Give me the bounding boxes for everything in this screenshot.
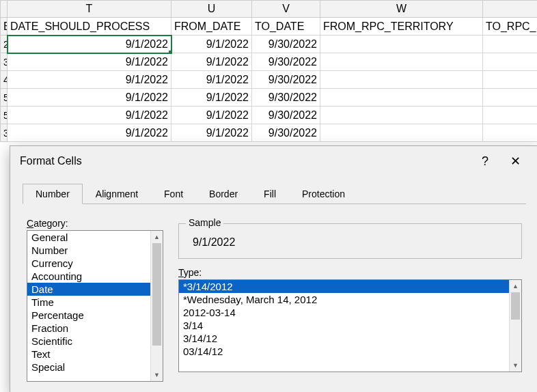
cell[interactable]: 9/1/2022: [171, 89, 252, 107]
col-header-U[interactable]: U: [171, 1, 252, 18]
cell[interactable]: 9/1/2022: [8, 107, 171, 124]
cell[interactable]: 9/1/2022: [8, 89, 171, 107]
table-row: 3 9/1/2022 9/1/2022 9/30/2022: [1, 124, 538, 142]
cell[interactable]: 9/30/2022: [252, 124, 320, 142]
col-header-T[interactable]: T: [8, 1, 171, 18]
table-row: 2 9/1/2022 9/1/2022 9/30/2022: [1, 36, 538, 53]
type-listbox[interactable]: *3/14/2012 *Wednesday, March 14, 2012 20…: [178, 279, 522, 372]
type-item[interactable]: *Wednesday, March 14, 2012: [179, 293, 509, 306]
category-item[interactable]: Text: [27, 348, 150, 361]
cell[interactable]: 9/1/2022: [171, 71, 252, 89]
column-header-row: T U V W: [1, 1, 538, 18]
row-header[interactable]: E: [1, 18, 8, 36]
category-item[interactable]: General: [27, 231, 150, 244]
cell[interactable]: 9/30/2022: [252, 107, 320, 124]
row-header[interactable]: 3: [1, 124, 8, 142]
category-label: Category:: [27, 218, 163, 229]
cell[interactable]: [483, 107, 538, 124]
category-item[interactable]: Special: [27, 361, 150, 374]
dialog-titlebar: Format Cells ? ✕: [10, 146, 537, 176]
cell[interactable]: 9/1/2022: [8, 124, 171, 142]
cell[interactable]: TO_DATE: [252, 18, 320, 36]
format-detail-section: Sample 9/1/2022 Type: *3/14/2012 *Wednes…: [178, 218, 522, 382]
scroll-thumb[interactable]: [511, 292, 520, 320]
table-row: 4 9/1/2022 9/1/2022 9/30/2022: [1, 71, 538, 89]
category-section: Category: General Number Currency Accoun…: [27, 218, 163, 382]
dialog-tabs: Number Alignment Font Border Fill Protec…: [23, 183, 526, 204]
row-header[interactable]: 3: [1, 53, 8, 71]
cell[interactable]: [320, 107, 483, 124]
cell[interactable]: 9/1/2022: [171, 107, 252, 124]
select-all-corner[interactable]: [1, 1, 8, 18]
table-row: 5 9/1/2022 9/1/2022 9/30/2022: [1, 89, 538, 107]
cell[interactable]: DATE_SHOULD_PROCESS: [8, 18, 171, 36]
cell[interactable]: [483, 53, 538, 71]
cell[interactable]: 9/1/2022: [8, 71, 171, 89]
type-item[interactable]: 3/14/12: [179, 332, 509, 345]
cell[interactable]: TO_RPC_: [483, 18, 538, 36]
category-item-selected[interactable]: Date: [27, 283, 150, 296]
row-header[interactable]: 5: [1, 89, 8, 107]
cell[interactable]: 9/30/2022: [252, 36, 320, 53]
spreadsheet-grid[interactable]: T U V W E DATE_SHOULD_PROCESS FROM_DATE …: [0, 0, 537, 142]
cell-active[interactable]: 9/1/2022: [8, 36, 171, 53]
close-button[interactable]: ✕: [500, 149, 530, 173]
cell[interactable]: [320, 71, 483, 89]
category-item[interactable]: Currency: [27, 257, 150, 270]
cell[interactable]: 9/1/2022: [171, 124, 252, 142]
category-item[interactable]: Time: [27, 296, 150, 309]
category-item[interactable]: Scientific: [27, 335, 150, 348]
type-scrollbar[interactable]: ▲ ▼: [509, 280, 521, 372]
category-item[interactable]: Fraction: [27, 322, 150, 335]
category-listbox[interactable]: General Number Currency Accounting Date …: [27, 230, 163, 382]
cell[interactable]: [483, 71, 538, 89]
cell[interactable]: 9/30/2022: [252, 89, 320, 107]
category-item[interactable]: Number: [27, 244, 150, 257]
tab-protection[interactable]: Protection: [289, 184, 358, 204]
row-header[interactable]: 5: [1, 107, 8, 124]
cell[interactable]: FROM_DATE: [171, 18, 252, 36]
tab-alignment[interactable]: Alignment: [83, 184, 151, 204]
cell[interactable]: [320, 36, 483, 53]
tab-border[interactable]: Border: [196, 184, 251, 204]
sample-label: Sample: [186, 217, 223, 228]
category-item[interactable]: Percentage: [27, 309, 150, 322]
type-item[interactable]: 3/14: [179, 319, 509, 332]
cell[interactable]: [320, 53, 483, 71]
category-item[interactable]: Accounting: [27, 270, 150, 283]
cell[interactable]: [320, 89, 483, 107]
table-row: 5 9/1/2022 9/1/2022 9/30/2022: [1, 107, 538, 124]
scroll-down-icon[interactable]: ▼: [510, 359, 521, 372]
scroll-down-icon[interactable]: ▼: [151, 369, 163, 381]
cell[interactable]: FROM_RPC_TERRITORY: [320, 18, 483, 36]
cell[interactable]: 9/1/2022: [171, 36, 252, 53]
tab-number[interactable]: Number: [23, 184, 83, 204]
scroll-thumb[interactable]: [152, 243, 161, 346]
cell[interactable]: 9/30/2022: [252, 53, 320, 71]
cell[interactable]: 9/30/2022: [252, 71, 320, 89]
cell[interactable]: 9/1/2022: [171, 53, 252, 71]
type-label: Type:: [178, 267, 522, 278]
col-header-W[interactable]: W: [320, 1, 483, 18]
tab-fill[interactable]: Fill: [251, 184, 289, 204]
row-header[interactable]: 4: [1, 71, 8, 89]
col-header-V[interactable]: V: [252, 1, 320, 18]
col-header-X[interactable]: [483, 1, 538, 18]
type-item[interactable]: 2012-03-14: [179, 306, 509, 319]
table-row: E DATE_SHOULD_PROCESS FROM_DATE TO_DATE …: [1, 18, 538, 36]
cell[interactable]: [483, 36, 538, 53]
tab-font[interactable]: Font: [151, 184, 196, 204]
type-item-selected[interactable]: *3/14/2012: [179, 280, 509, 293]
cell[interactable]: [483, 89, 538, 107]
help-button[interactable]: ?: [470, 149, 500, 173]
category-scrollbar[interactable]: ▲ ▼: [150, 231, 163, 381]
row-header[interactable]: 2: [1, 36, 8, 53]
cell[interactable]: [483, 124, 538, 142]
cell[interactable]: [320, 124, 483, 142]
number-tab-panel: Category: General Number Currency Accoun…: [10, 204, 537, 382]
type-item[interactable]: 03/14/12: [179, 345, 509, 358]
cell[interactable]: 9/1/2022: [8, 53, 171, 71]
type-section: Type: *3/14/2012 *Wednesday, March 14, 2…: [178, 267, 522, 372]
scroll-up-icon[interactable]: ▲: [151, 231, 163, 243]
scroll-up-icon[interactable]: ▲: [510, 280, 521, 292]
